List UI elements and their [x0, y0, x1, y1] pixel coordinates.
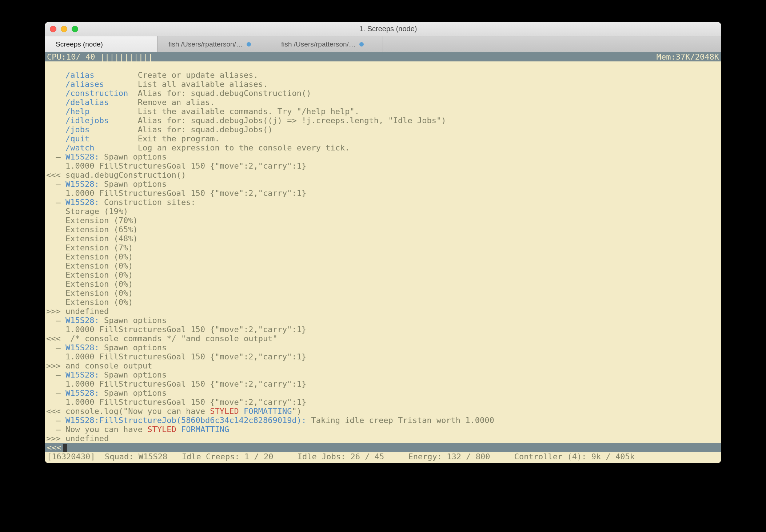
help-row: /idlejobs Alias for: squad.debugJobs((j)…	[46, 116, 446, 125]
cpu-label: CPU:	[47, 52, 66, 61]
titlebar: 1. Screeps (node)	[45, 22, 721, 36]
help-row: /jobs Alias for: squad.debugJobs()	[46, 125, 273, 134]
close-icon[interactable]	[50, 26, 56, 32]
csite-row: Extension (65%)	[46, 225, 138, 234]
log-row: – W15S28: Spawn options	[46, 316, 167, 325]
footer-status: [16320430] Squad: W15S28 Idle Creeps: 1 …	[45, 452, 721, 463]
csite-row: Extension (0%)	[46, 279, 133, 289]
help-row: /construction Alias for: squad.debugCons…	[46, 89, 311, 98]
tab-screeps[interactable]: Screeps (node)	[45, 36, 157, 52]
log-row: – W15S28: Spawn options	[46, 370, 167, 379]
log-row: 1.0000 FillStructuresGoal 150 {"move":2,…	[46, 379, 306, 388]
log-row: 1.0000 FillStructuresGoal 150 {"move":2,…	[46, 189, 306, 198]
csite-row: Extension (48%)	[46, 234, 138, 243]
csite-row: Extension (7%)	[46, 243, 133, 252]
input-row: <<< console.log("Now you can have STYLED…	[46, 407, 302, 416]
help-row: /aliases List all available aliases.	[46, 80, 268, 89]
prompt-line[interactable]: <<<	[45, 443, 721, 452]
log-row: 1.0000 FillStructuresGoal 150 {"move":2,…	[46, 325, 306, 334]
output-row: >>> undefined	[46, 307, 109, 316]
status-bar: CPU: 10/ 40 ||||||||||| Mem: 37K/2048K	[45, 52, 721, 61]
log-row: – W15S28: Spawn options	[46, 152, 167, 161]
log-row: – W15S28: Spawn options	[46, 180, 167, 189]
help-row: /alias Create or update aliases.	[46, 70, 258, 80]
log-row: – W15S28: Spawn options	[46, 343, 167, 352]
tab-label: Screeps (node)	[56, 40, 103, 48]
log-row: – W15S28:FillStructureJob(5860bd6c34c142…	[46, 416, 494, 425]
csite-row: Extension (0%)	[46, 261, 133, 270]
zoom-icon[interactable]	[72, 26, 78, 32]
cpu-value: 10/ 40 |||||||||||	[66, 52, 153, 61]
log-row: – W15S28: Spawn options	[46, 388, 167, 398]
window-title: 1. Screeps (node)	[82, 25, 694, 33]
log-row: – W15S28: Construction sites:	[46, 198, 196, 207]
tab-bar: Screeps (node) fish /Users/rpatterson/… …	[45, 36, 721, 52]
input-row: <<< /* console commands */ "and console …	[46, 334, 278, 343]
minimize-icon[interactable]	[61, 26, 67, 32]
prompt-marker: <<<	[47, 443, 61, 452]
modified-dot-icon	[247, 42, 251, 47]
help-row: /watch Log an expression to the console …	[46, 143, 350, 152]
traffic-lights	[50, 26, 78, 32]
log-row: 1.0000 FillStructuresGoal 150 {"move":2,…	[46, 352, 306, 361]
csite-row: Extension (0%)	[46, 298, 133, 307]
terminal-body: CPU: 10/ 40 ||||||||||| Mem: 37K/2048K /…	[45, 52, 721, 463]
mem-label: Mem:	[657, 52, 676, 61]
csite-row: Extension (0%)	[46, 252, 133, 261]
modified-dot-icon	[359, 42, 364, 47]
output-row: >>> and console output	[46, 361, 152, 370]
tab-fish-2[interactable]: fish /Users/rpatterson/…	[270, 36, 383, 52]
help-row: /delalias Remove an alias.	[46, 98, 215, 107]
input-row: <<< squad.debugConstruction()	[46, 170, 186, 180]
terminal-window: 1. Screeps (node) Screeps (node) fish /U…	[45, 22, 721, 463]
csite-row: Extension (70%)	[46, 216, 138, 225]
log-row: 1.0000 FillStructuresGoal 150 {"move":2,…	[46, 398, 306, 407]
log-row: 1.0000 FillStructuresGoal 150 {"move":2,…	[46, 161, 306, 170]
csite-row: Extension (0%)	[46, 270, 133, 279]
help-row: /quit Exit the program.	[46, 134, 220, 143]
csite-row: Extension (0%)	[46, 289, 133, 298]
csite-row: Storage (19%)	[46, 207, 128, 216]
tab-fish-1[interactable]: fish /Users/rpatterson/…	[157, 36, 270, 52]
terminal-output[interactable]: /alias Create or update aliases. /aliase…	[45, 61, 721, 443]
output-row: >>> undefined	[46, 434, 109, 443]
tab-label: fish /Users/rpatterson/…	[281, 40, 356, 48]
cursor-icon	[63, 444, 67, 452]
mem-value: 37K/2048K	[676, 52, 719, 61]
help-row: /help List the available commands. Try "…	[46, 107, 359, 116]
tab-label: fish /Users/rpatterson/…	[168, 40, 243, 48]
log-row: – Now you can have STYLED FORMATTING	[46, 425, 229, 434]
